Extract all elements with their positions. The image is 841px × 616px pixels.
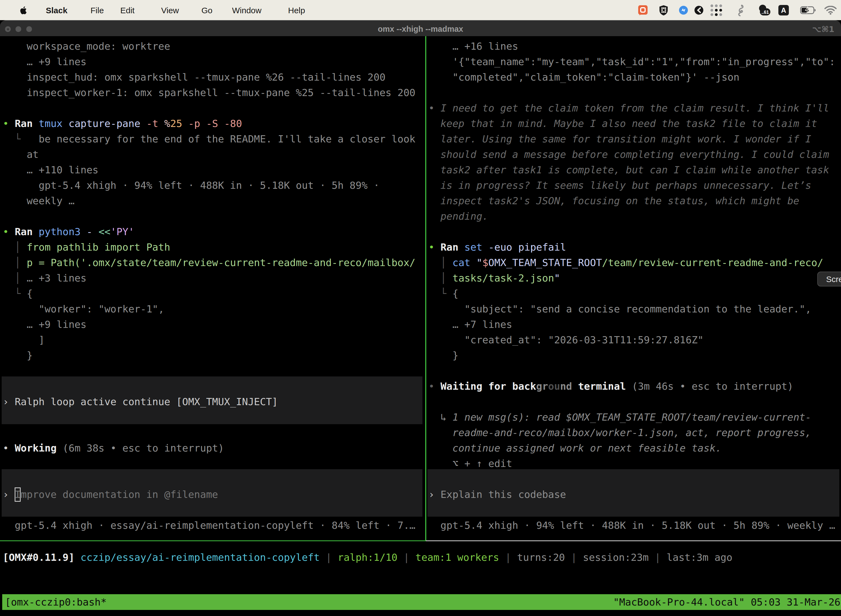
terminal-line: "worker": "worker-1", xyxy=(39,301,164,317)
terminal-window: omx --xhigh --madmax ⌥⌘1 workspace_mode:… xyxy=(0,20,841,616)
terminal-line: inspect_hud: omx sparkshell --tmux-pane … xyxy=(27,70,385,85)
menu-app-name[interactable]: Slack xyxy=(46,0,67,20)
circle-chevron-icon[interactable] xyxy=(694,5,704,15)
tmux-session-label: [omx-cczip0:bash* xyxy=(5,594,107,610)
pane-divider[interactable] xyxy=(425,36,426,540)
terminal-line: } xyxy=(27,348,33,363)
menu-go[interactable]: Go xyxy=(201,0,212,20)
new-message-note: ↳ 1 new msg(s): read $OMX_TEAM_STATE_ROO… xyxy=(440,409,811,425)
terminal-line: … +9 lines xyxy=(27,54,86,70)
svg-text:..61: ..61 xyxy=(762,10,769,15)
working-status: • Working (6m 38s • esc to interrupt) xyxy=(3,440,224,456)
input-line-left: › Improve documentation in @filename xyxy=(3,487,218,502)
inject-banner: › Ralph loop active continue [OMX_TMUX_I… xyxy=(3,394,278,409)
wifi-icon[interactable] xyxy=(825,6,837,15)
text-cursor xyxy=(15,487,21,502)
thinking-text: • I need to get the claim token from the… xyxy=(428,100,829,116)
terminal-line: should send a message before completing … xyxy=(440,147,829,162)
pane-border-bottom-left xyxy=(0,540,426,541)
terminal-content: workspace_mode: worktree… +9 linesinspec… xyxy=(0,36,841,540)
terminal-line: … +9 lines xyxy=(27,317,86,332)
blue-badge-icon[interactable] xyxy=(678,5,689,15)
menu-help[interactable]: Help xyxy=(288,0,305,20)
dots-grid-icon[interactable] xyxy=(709,3,724,18)
command-ran-python3: • Ran python3 - <<'PY' xyxy=(3,224,134,239)
terminal-line: │ from pathlib import Path xyxy=(15,239,170,255)
terminal-line: pending. xyxy=(440,209,488,224)
menu-window[interactable]: Window xyxy=(232,0,262,20)
waiting-status: • Waiting for background terminal (3m 46… xyxy=(428,378,793,394)
battery-charging-icon[interactable] xyxy=(800,6,816,14)
terminal-line: └ { xyxy=(440,286,458,301)
badge-61-icon[interactable]: ..61 xyxy=(757,4,771,16)
terminal-line: } xyxy=(453,348,459,363)
shield-grid-icon[interactable] xyxy=(658,5,669,16)
terminal-line: └ be necessary for the end of the README… xyxy=(15,131,415,147)
terminal-line: │ tasks/task-2.json" xyxy=(440,270,560,286)
tmux-status-bar: [omx-cczip0:bash* "MacBook-Pro-44.local"… xyxy=(2,594,841,610)
terminal-line: inspect task2's JSON, focusing on the st… xyxy=(440,193,799,209)
screen-record-icon[interactable] xyxy=(638,5,648,16)
terminal-line: "created_at": "2026-03-31T11:59:27.816Z" xyxy=(464,332,703,348)
terminal-line: is in progress? It seems likely but perh… xyxy=(440,178,811,193)
terminal-line: "completed","claim_token":"claim-token"}… xyxy=(453,70,740,85)
wireguard-icon[interactable] xyxy=(736,4,744,16)
terminal-line: … +16 lines xyxy=(453,39,518,54)
pane-footer-left: gpt-5.4 xhigh · essay/ai-reimplementatio… xyxy=(15,518,415,533)
terminal-line: workspace_mode: worktree xyxy=(27,39,170,54)
terminal-line: continue assigned work or next feasible … xyxy=(453,440,722,456)
terminal-line: at xyxy=(27,147,39,162)
terminal-line: │ … +3 lines xyxy=(15,270,86,286)
terminal-line: inspect_worker-1: omx sparkshell --tmux-… xyxy=(27,85,416,100)
window-shortcut-badge: ⌥⌘1 xyxy=(812,21,834,37)
pane-footer-right: gpt-5.4 xhigh · 94% left · 488K in · 5.1… xyxy=(440,518,835,533)
terminal-line: gpt-5.4 xhigh · 94% left · 488K in · 5.1… xyxy=(39,178,379,193)
terminal-line: │ cat "$OMX_TEAM_STATE_ROOT/team/review-… xyxy=(440,255,823,270)
terminal-line: readme-and-reco/mailbox/worker-1.json, a… xyxy=(453,425,811,440)
menu-edit[interactable]: Edit xyxy=(120,0,135,20)
pane-border-bottom-right xyxy=(426,540,841,541)
terminal-line: └ { xyxy=(15,286,32,301)
terminal-line: │ p = Path('.omx/state/team/review-curre… xyxy=(15,255,415,270)
terminal-line: ] xyxy=(39,332,45,348)
terminal-line: weekly … xyxy=(27,193,75,209)
command-ran-set: • Ran set -euo pipefail xyxy=(428,239,566,255)
screen-pill-button[interactable]: Scre xyxy=(817,271,841,286)
terminal-line: keep that in mind. Maybe I also need the… xyxy=(440,116,817,131)
terminal-line: task2 after task1 is complete, but can I… xyxy=(440,162,829,178)
window-title: omx --xhigh --madmax xyxy=(0,21,841,37)
svg-text:A: A xyxy=(781,6,786,14)
input-source-icon[interactable]: A xyxy=(778,5,789,16)
terminal-line: … +7 lines xyxy=(453,317,512,332)
terminal-line: later. Using the same for transition mig… xyxy=(440,131,811,147)
command-ran-tmux: • Ran tmux capture-pane -t %25 -p -S -80 xyxy=(3,116,242,131)
input-line-right: › Explain this codebase xyxy=(428,487,566,502)
window-titlebar[interactable]: omx --xhigh --madmax ⌥⌘1 xyxy=(0,20,841,36)
screen: Slack File Edit View Go Window Help xyxy=(0,0,841,616)
apple-logo-icon[interactable] xyxy=(20,6,27,15)
terminal-line: … +110 lines xyxy=(27,162,98,178)
omx-status-line-text: [OMX#0.11.9] cczip/essay/ai-reimplementa… xyxy=(3,550,732,565)
menu-view[interactable]: View xyxy=(161,0,179,20)
menu-file[interactable]: File xyxy=(91,0,104,20)
tmux-host-clock: "MacBook-Pro-44.local" 05:03 31-Mar-26 xyxy=(613,594,841,610)
screen-pill-label: Scre xyxy=(826,272,841,286)
terminal-line: '{"team_name":"my-team","task_id":"1","f… xyxy=(453,54,835,70)
terminal-line: "subject": "send a concise recommendatio… xyxy=(464,301,811,317)
menu-bar: Slack File Edit View Go Window Help xyxy=(0,0,841,20)
edit-hint: ⌥ + ↑ edit xyxy=(453,456,512,471)
